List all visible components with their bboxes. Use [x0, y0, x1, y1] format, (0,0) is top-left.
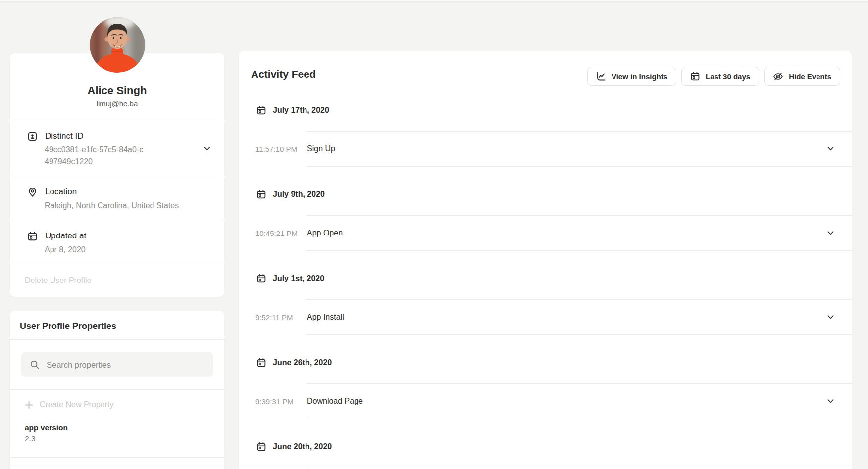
search-icon	[30, 360, 40, 370]
event-name: Download Page	[307, 397, 363, 406]
event-expand-chevron-icon[interactable]	[827, 147, 834, 151]
activity-feed-header: Activity Feed View in Insights	[239, 51, 852, 83]
feed-date-row: June 20th, 2020	[256, 441, 852, 452]
event-row[interactable]: 10:45:21 PM App Open	[239, 216, 852, 250]
delete-user-profile-button[interactable]: Delete User Profile	[10, 265, 224, 297]
properties-card-filler	[10, 458, 224, 469]
calendar-icon	[256, 358, 266, 368]
feed-date-label: June 26th, 2020	[273, 358, 332, 367]
location-value: Raleigh, North Carolina, United States	[45, 200, 197, 212]
divider	[306, 419, 852, 419]
main-layout: Alice Singh limuj@he.ba Distinct ID 49	[0, 2, 868, 469]
feed-group: July 17th, 2020 11:57:10 PM Sign Up	[239, 105, 852, 167]
feed-group: June 26th, 2020 9:39:31 PM Download Page	[239, 357, 852, 419]
event-expand-chevron-icon[interactable]	[827, 399, 834, 404]
id-card-icon	[27, 131, 38, 141]
distinct-id-value: 49cc0381-e1fc-57c5-84a0-c497949c1220	[45, 144, 146, 168]
date-range-label: Last 30 days	[706, 72, 750, 81]
feed-group: July 1st, 2020 9:52:11 PM App Install	[239, 273, 852, 335]
profile-sidebar: Alice Singh limuj@he.ba Distinct ID 49	[10, 2, 224, 469]
properties-header: User Profile Properties	[10, 311, 224, 339]
avatar-photo-illustration	[90, 17, 145, 73]
distinct-id-label: Distinct ID	[45, 131, 83, 141]
feed-action-buttons: View in Insights Last 30 days	[587, 67, 840, 86]
event-time: 10:45:21 PM	[255, 229, 307, 237]
create-new-property-button[interactable]: Create New Property	[10, 390, 224, 420]
property-name: app version	[25, 422, 214, 433]
location-label: Location	[45, 187, 77, 197]
event-expand-chevron-icon[interactable]	[827, 315, 834, 320]
property-value: 2.3	[25, 433, 214, 444]
divider	[306, 468, 852, 468]
search-section	[10, 340, 224, 389]
location-icon	[27, 187, 38, 197]
activity-feed-card: Activity Feed View in Insights	[239, 51, 852, 469]
divider	[306, 166, 852, 167]
calendar-icon	[27, 231, 38, 241]
event-time: 9:39:31 PM	[255, 397, 307, 406]
distinct-id-row: Distinct ID 49cc0381-e1fc-57c5-84a0-c497…	[10, 121, 224, 177]
calendar-icon	[256, 189, 266, 199]
event-row[interactable]: 9:39:31 PM Download Page	[239, 384, 852, 419]
event-name: App Open	[307, 229, 343, 237]
distinct-id-header: Distinct ID	[27, 130, 197, 142]
updated-at-row: Updated at Apr 8, 2020	[10, 221, 224, 265]
event-row[interactable]: 11:57:10 PM Sign Up	[239, 132, 852, 166]
event-time: 11:57:10 PM	[255, 145, 307, 153]
location-header: Location	[27, 186, 197, 198]
feed-date-label: June 20th, 2020	[273, 442, 332, 451]
event-name: Sign Up	[307, 144, 335, 153]
user-profile-page: Alice Singh limuj@he.ba Distinct ID 49	[0, 0, 868, 469]
search-properties-input[interactable]	[47, 360, 204, 370]
eye-off-icon	[773, 71, 783, 82]
feed-group: July 9th, 2020 10:45:21 PM App Open	[239, 189, 852, 251]
profile-card: Alice Singh limuj@he.ba Distinct ID 49	[10, 53, 224, 297]
updated-at-header: Updated at	[27, 230, 197, 242]
updated-at-value: Apr 8, 2020	[45, 244, 197, 256]
feed-date-label: July 1st, 2020	[273, 274, 324, 283]
view-in-insights-button[interactable]: View in Insights	[587, 67, 676, 86]
profile-email: limuj@he.ba	[20, 99, 214, 108]
properties-title: User Profile Properties	[20, 320, 214, 332]
feed-group: June 20th, 2020	[239, 441, 852, 468]
create-new-property-label: Create New Property	[40, 400, 113, 409]
search-box[interactable]	[21, 352, 213, 377]
feed-date-label: July 9th, 2020	[273, 190, 325, 199]
feed-date-row: July 9th, 2020	[256, 189, 852, 200]
feed-date-row: June 26th, 2020	[256, 357, 852, 368]
user-profile-properties-card: User Profile Properties	[10, 311, 224, 469]
distinct-id-expand-chevron-icon[interactable]	[204, 147, 210, 151]
calendar-icon	[690, 71, 700, 81]
feed-date-row: July 17th, 2020	[256, 105, 852, 116]
plus-icon	[25, 401, 33, 409]
profile-name: Alice Singh	[20, 84, 214, 97]
hide-events-label: Hide Events	[789, 72, 831, 81]
hide-events-button[interactable]: Hide Events	[764, 67, 840, 86]
calendar-icon	[256, 274, 266, 283]
event-row[interactable]: 9:52:11 PM App Install	[239, 300, 852, 334]
feed-date-label: July 17th, 2020	[273, 106, 329, 115]
line-chart-icon	[596, 71, 606, 81]
updated-at-label: Updated at	[45, 231, 86, 241]
location-row: Location Raleigh, North Carolina, United…	[10, 177, 224, 221]
feed-date-row: July 1st, 2020	[256, 273, 852, 284]
divider	[306, 334, 852, 335]
divider	[306, 250, 852, 251]
event-time: 9:52:11 PM	[255, 313, 307, 322]
date-range-button[interactable]: Last 30 days	[681, 67, 759, 86]
calendar-icon	[256, 442, 266, 452]
view-in-insights-label: View in Insights	[612, 72, 667, 81]
event-name: App Install	[307, 313, 344, 322]
event-expand-chevron-icon[interactable]	[827, 231, 834, 235]
calendar-icon	[256, 105, 266, 115]
property-item: app version 2.3	[10, 420, 224, 457]
avatar	[90, 17, 145, 73]
